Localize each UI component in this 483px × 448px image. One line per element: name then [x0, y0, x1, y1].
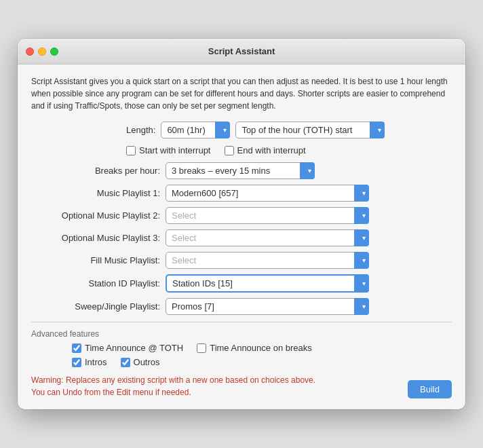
sweep-select-wrapper: Promos [7] — [166, 298, 369, 315]
minimize-button[interactable] — [38, 48, 46, 56]
music1-select[interactable]: Modern600 [657] — [166, 185, 369, 202]
advanced-label: Advanced features — [31, 329, 452, 339]
end-interrupt-checkbox[interactable] — [225, 146, 234, 155]
breaks-select-wrapper: 3 breaks – every 15 mins 2 breaks – ever… — [166, 162, 315, 179]
end-interrupt-item: End with interrupt — [225, 145, 306, 155]
close-button[interactable] — [26, 48, 34, 56]
build-button[interactable]: Build — [408, 380, 452, 398]
outros-label: Outros — [134, 357, 160, 367]
form-section: Length: 60m (1hr) 30m 120m (2hr) Top of … — [31, 122, 452, 315]
station-id-select-wrapper: Station IDs [15] — [166, 274, 369, 293]
music3-label: Optional Music Playlist 3: — [31, 233, 160, 243]
music3-row: Optional Music Playlist 3: Select — [31, 229, 452, 246]
music3-select-wrapper: Select — [166, 229, 369, 246]
time-announce-breaks-label: Time Announce on breaks — [210, 343, 312, 353]
toth-select-wrapper: Top of the hour (TOTH) start Bottom of h… — [235, 122, 385, 138]
music3-select[interactable]: Select — [166, 229, 369, 246]
breaks-select[interactable]: 3 breaks – every 15 mins 2 breaks – ever… — [166, 162, 315, 179]
length-row: Length: 60m (1hr) 30m 120m (2hr) Top of … — [126, 122, 452, 138]
fill-music-label: Fill Music Playlist: — [31, 255, 160, 265]
intros-label: Intros — [85, 357, 107, 367]
maximize-button[interactable] — [50, 48, 58, 56]
sweep-select[interactable]: Promos [7] — [166, 298, 369, 315]
music1-label: Music Playlist 1: — [31, 188, 160, 198]
intros-checkbox[interactable] — [72, 358, 81, 367]
music2-label: Optional Music Playlist 2: — [31, 210, 160, 221]
music2-row: Optional Music Playlist 2: Select — [31, 207, 452, 224]
breaks-row: Breaks per hour: 3 breaks – every 15 min… — [31, 162, 452, 179]
time-announce-toth-label: Time Announce @ TOTH — [85, 343, 183, 353]
start-interrupt-checkbox[interactable] — [126, 146, 136, 155]
station-id-label: Station ID Playlist: — [31, 278, 160, 288]
toth-select[interactable]: Top of the hour (TOTH) start Bottom of h… — [235, 122, 385, 138]
start-interrupt-item: Start with interrupt — [126, 145, 211, 155]
intros-item: Intros — [72, 357, 107, 367]
interrupt-row: Start with interrupt End with interrupt — [126, 145, 452, 155]
advanced-row-1: Time Announce @ TOTH Time Announce on br… — [72, 343, 452, 353]
music2-select[interactable]: Select — [166, 207, 369, 224]
breaks-label: Breaks per hour: — [31, 166, 160, 176]
window-title: Script Assistant — [208, 46, 275, 56]
advanced-row-2: Intros Outros — [72, 357, 452, 367]
time-announce-breaks-checkbox[interactable] — [197, 343, 206, 353]
time-announce-toth-item: Time Announce @ TOTH — [72, 343, 183, 353]
end-interrupt-label: End with interrupt — [237, 145, 306, 155]
sweep-label: Sweep/Jingle Playlist: — [31, 301, 160, 312]
titlebar: Script Assistant — [18, 39, 465, 64]
outros-checkbox[interactable] — [121, 358, 130, 367]
music1-row: Music Playlist 1: Modern600 [657] — [31, 185, 452, 202]
sweep-row: Sweep/Jingle Playlist: Promos [7] — [31, 298, 452, 315]
advanced-section: Advanced features Time Announce @ TOTH T… — [31, 329, 452, 367]
station-id-row: Station ID Playlist: Station IDs [15] — [31, 274, 452, 293]
time-announce-toth-checkbox[interactable] — [72, 343, 81, 353]
divider — [31, 322, 452, 322]
music1-select-wrapper: Modern600 [657] — [166, 185, 369, 202]
fill-music-select[interactable]: Select — [166, 252, 369, 269]
traffic-lights — [26, 48, 58, 56]
length-select-wrapper: 60m (1hr) 30m 120m (2hr) — [161, 122, 230, 138]
time-announce-breaks-item: Time Announce on breaks — [197, 343, 312, 353]
main-content: Script Assistant gives you a quick start… — [18, 64, 465, 409]
bottom-row: Warning: Replaces any existing script wi… — [31, 374, 452, 398]
warning-text: Warning: Replaces any existing script wi… — [31, 374, 408, 398]
music2-select-wrapper: Select — [166, 207, 369, 224]
fill-music-row: Fill Music Playlist: Select — [31, 252, 452, 269]
station-id-select[interactable]: Station IDs [15] — [166, 274, 369, 293]
outros-item: Outros — [121, 357, 160, 367]
description-text: Script Assistant gives you a quick start… — [31, 75, 452, 112]
app-window: Script Assistant Script Assistant gives … — [18, 39, 465, 409]
start-interrupt-label: Start with interrupt — [139, 145, 211, 155]
length-label: Length: — [126, 125, 155, 135]
length-select[interactable]: 60m (1hr) 30m 120m (2hr) — [161, 122, 230, 138]
fill-music-select-wrapper: Select — [166, 252, 369, 269]
